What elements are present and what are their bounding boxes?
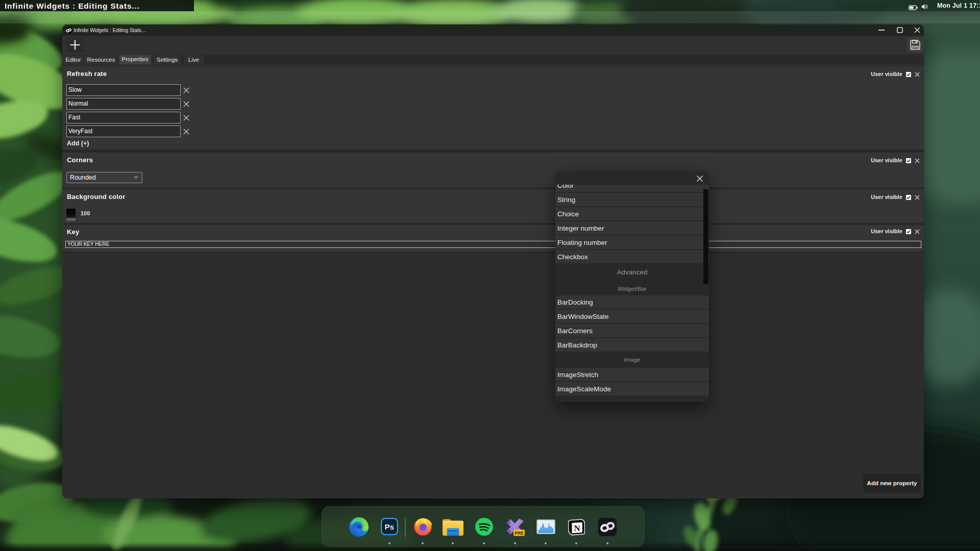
svg-text:N: N xyxy=(574,523,580,533)
svg-text:PRE: PRE xyxy=(514,531,524,536)
svg-text:Ps: Ps xyxy=(385,522,394,531)
